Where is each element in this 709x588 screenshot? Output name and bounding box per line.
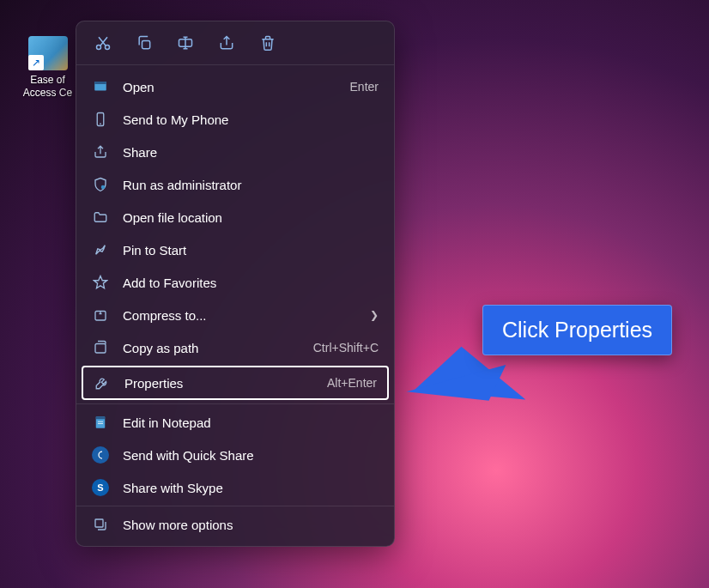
phone-icon <box>92 111 109 128</box>
menu-item-label: Run as administrator <box>123 178 379 192</box>
archive-icon <box>92 306 109 324</box>
menu-item-add-favorites[interactable]: Add to Favorites <box>76 266 394 299</box>
rename-icon[interactable] <box>176 33 195 52</box>
desktop-icon-label: Ease of Access Ce <box>20 74 76 100</box>
delete-icon[interactable] <box>258 33 277 52</box>
copy-icon[interactable] <box>135 33 154 52</box>
share-icon[interactable] <box>217 33 236 52</box>
menu-item-label: Add to Favorites <box>123 276 379 290</box>
menu-section-more: Show more options <box>76 506 394 543</box>
menu-item-copy-path[interactable]: Copy as path Ctrl+Shift+C <box>76 331 394 364</box>
menu-item-more-options[interactable]: Show more options <box>76 508 394 541</box>
notepad-icon <box>92 414 109 431</box>
menu-item-run-as-admin[interactable]: Run as administrator <box>76 168 394 201</box>
skype-icon: S <box>92 479 109 496</box>
menu-item-open[interactable]: Open Enter <box>76 70 394 103</box>
menu-item-label: Share <box>123 145 379 160</box>
copy-path-icon <box>92 339 109 356</box>
menu-item-compress[interactable]: Compress to... ❯ <box>76 299 394 331</box>
open-icon <box>92 78 109 95</box>
menu-item-label: Send with Quick Share <box>123 448 379 463</box>
menu-item-label: Share with Skype <box>123 481 379 495</box>
menu-item-label: Send to My Phone <box>123 112 379 127</box>
callout-text: Click Properties <box>502 318 652 342</box>
ease-of-access-icon: ↗ <box>28 36 68 70</box>
svg-point-1 <box>106 45 110 50</box>
menu-item-pin-start[interactable]: Pin to Start <box>76 233 394 266</box>
menu-item-label: Properties <box>124 376 313 391</box>
desktop-shortcut[interactable]: ↗ Ease of Access Ce <box>20 36 76 100</box>
cut-icon[interactable] <box>94 33 112 52</box>
context-menu-toolbar <box>76 21 394 65</box>
svg-rect-2 <box>142 41 150 49</box>
svg-rect-9 <box>95 344 106 354</box>
quick-share-icon <box>92 446 109 464</box>
svg-rect-5 <box>94 82 106 84</box>
menu-item-shortcut: Enter <box>350 80 379 94</box>
context-menu: Open Enter Send to My Phone Share Run as… <box>76 21 395 547</box>
share-icon <box>92 143 109 161</box>
svg-point-7 <box>101 185 106 190</box>
more-options-icon <box>92 516 109 533</box>
menu-item-share[interactable]: Share <box>76 136 394 168</box>
svg-rect-11 <box>96 416 106 419</box>
menu-item-label: Pin to Start <box>123 243 379 258</box>
menu-item-shortcut: Alt+Enter <box>327 376 377 390</box>
svg-point-0 <box>97 45 101 50</box>
svg-rect-14 <box>95 519 103 527</box>
menu-item-label: Edit in Notepad <box>123 415 379 430</box>
pin-icon <box>92 241 109 258</box>
menu-item-label: Compress to... <box>123 308 356 323</box>
shield-icon <box>92 176 109 193</box>
menu-item-skype[interactable]: S Share with Skype <box>76 471 394 504</box>
wrench-icon <box>94 374 111 391</box>
star-icon <box>92 274 109 291</box>
menu-item-open-location[interactable]: Open file location <box>76 201 394 233</box>
chevron-right-icon: ❯ <box>370 309 379 321</box>
menu-section-main: Open Enter Send to My Phone Share Run as… <box>76 69 394 404</box>
menu-item-send-to-phone[interactable]: Send to My Phone <box>76 103 394 136</box>
menu-item-label: Show more options <box>123 518 379 532</box>
menu-item-edit-notepad[interactable]: Edit in Notepad <box>76 406 394 439</box>
menu-item-label: Copy as path <box>123 341 300 355</box>
menu-item-shortcut: Ctrl+Shift+C <box>313 341 379 355</box>
instruction-callout: Click Properties <box>482 305 672 355</box>
menu-list: Open Enter Send to My Phone Share Run as… <box>76 65 394 546</box>
shortcut-arrow-icon: ↗ <box>28 55 44 70</box>
menu-section-apps: Edit in Notepad Send with Quick Share S … <box>76 404 394 506</box>
folder-icon <box>92 209 109 226</box>
menu-item-properties[interactable]: Properties Alt+Enter <box>82 366 389 400</box>
menu-item-label: Open file location <box>123 210 379 225</box>
menu-item-quick-share[interactable]: Send with Quick Share <box>76 439 394 471</box>
menu-item-label: Open <box>123 80 336 94</box>
